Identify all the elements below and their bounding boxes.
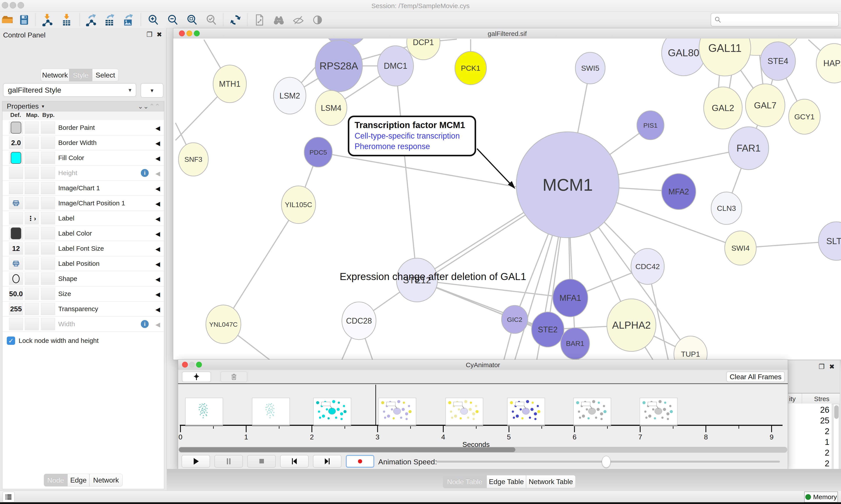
bypass-cell[interactable]	[41, 303, 55, 315]
timeline[interactable]: 0123456789Seconds	[178, 384, 788, 446]
collapse-arrow-icon[interactable]: ◀	[155, 246, 160, 253]
network-canvas[interactable]: RPS28ADCP1DMC1MTH1LSM2LSM4PCK1SWI5GAL80G…	[173, 38, 841, 360]
table-cell[interactable]: 2	[816, 427, 829, 436]
zoom-selected-button[interactable]	[203, 13, 219, 27]
tab-style[interactable]: Style	[69, 69, 92, 82]
bypass-cell[interactable]	[41, 318, 55, 330]
property-row-label-position[interactable]: Label Position◀	[2, 256, 164, 271]
bypass-cell[interactable]	[41, 152, 55, 164]
mapping-cell[interactable]	[25, 152, 39, 164]
collapse-arrow-icon[interactable]: ◀	[155, 260, 160, 268]
attribute-tab-network[interactable]: Network	[89, 474, 123, 486]
mapping-cell[interactable]	[25, 257, 39, 270]
zoom-out-button[interactable]	[165, 13, 181, 27]
cyanimator-titlebar[interactable]: CyAnimator	[178, 360, 788, 370]
default-cell[interactable]	[9, 197, 23, 209]
table-column-headers[interactable]: ity Stres	[788, 393, 840, 404]
info-icon[interactable]: i	[141, 169, 149, 177]
collapse-arrow-icon[interactable]: ◀	[155, 215, 160, 222]
tab-select[interactable]: Select	[92, 69, 119, 82]
task-history-button[interactable]	[3, 492, 15, 502]
collapse-arrow-icon[interactable]: ◀	[155, 276, 160, 283]
mapping-cell[interactable]	[25, 303, 39, 315]
property-row-label[interactable]: ⋮›Label◀	[2, 211, 164, 226]
zoom-in-button[interactable]	[145, 13, 161, 27]
hide-details-button[interactable]	[290, 13, 306, 27]
mapping-cell[interactable]	[25, 227, 39, 239]
binoculars-button[interactable]	[271, 13, 287, 27]
save-session-button[interactable]	[16, 13, 32, 27]
property-row-fill-color[interactable]: Fill Color◀	[2, 150, 164, 165]
default-cell[interactable]	[9, 273, 23, 285]
open-folder-button[interactable]	[0, 13, 15, 27]
collapse-arrow-icon[interactable]: ◀	[155, 140, 160, 147]
property-row-border-paint[interactable]: Border Paint◀	[2, 120, 164, 135]
default-cell[interactable]	[9, 227, 23, 239]
mapping-cell[interactable]	[25, 137, 39, 149]
default-cell[interactable]	[9, 212, 23, 224]
table-cell[interactable]: 1	[816, 437, 829, 447]
animation-frame-1[interactable]	[252, 398, 290, 425]
collapse-arrow-icon[interactable]: ◀	[155, 185, 160, 192]
import-network-button[interactable]	[39, 13, 55, 27]
property-row-width[interactable]: Widthi◀	[2, 317, 164, 332]
style-options-button[interactable]: ▾	[141, 83, 163, 98]
animation-frame-6[interactable]	[573, 398, 611, 425]
property-row-label-color[interactable]: Label Color◀	[2, 226, 164, 241]
default-cell[interactable]	[9, 257, 23, 270]
property-row-size[interactable]: 50.0Size◀	[2, 286, 164, 302]
collapse-arrow-icon[interactable]: ◀	[155, 200, 160, 207]
slider-handle[interactable]	[602, 456, 611, 468]
table-cell[interactable]: 2	[816, 448, 829, 457]
bypass-cell[interactable]	[41, 242, 55, 255]
network-window-titlebar[interactable]: galFiltered.sif	[173, 28, 841, 39]
search-input[interactable]	[711, 13, 839, 26]
bypass-cell[interactable]	[41, 197, 55, 209]
property-row-transparency[interactable]: 255Transparency◀	[2, 302, 164, 317]
lock-node-size-row[interactable]: ✓ Lock node width and height	[2, 333, 164, 348]
mapping-cell[interactable]	[25, 318, 39, 330]
export-image-button[interactable]	[120, 13, 136, 27]
collapse-arrow-icon[interactable]: ◀	[155, 321, 160, 328]
bypass-cell[interactable]	[41, 212, 55, 224]
collapse-arrow-icon[interactable]: ◀	[155, 306, 160, 313]
mapping-cell[interactable]	[25, 273, 39, 285]
attribute-tab-edge[interactable]: Edge	[68, 474, 89, 486]
property-row-height[interactable]: Heighti◀	[2, 165, 164, 181]
annotation-link-2[interactable]: Pheromone response	[355, 142, 469, 151]
stop-button[interactable]	[247, 455, 276, 468]
table-tab-network-table[interactable]: Network Table	[526, 475, 576, 488]
property-row-shape[interactable]: Shape◀	[2, 271, 164, 286]
property-row-image-chart-1[interactable]: Image/Chart 1◀	[2, 181, 164, 196]
default-cell[interactable]: 2.0	[9, 137, 23, 149]
bypass-cell[interactable]	[41, 137, 55, 149]
bypass-cell[interactable]	[41, 182, 55, 194]
collapse-arrow-icon[interactable]: ◀	[155, 155, 160, 162]
tab-network[interactable]: Network	[41, 69, 69, 82]
next-frame-button[interactable]	[313, 455, 341, 468]
collapse-arrow-icon[interactable]: ◀	[155, 125, 160, 132]
default-cell[interactable]: 255	[9, 303, 23, 315]
default-cell[interactable]: 12	[9, 242, 23, 255]
table-body[interactable]: 26252122222	[788, 403, 831, 480]
annotation-link-1[interactable]: Cell-type-specific transcription	[355, 131, 469, 141]
collapse-arrow-icon[interactable]: ◀	[155, 170, 160, 177]
copy-document-button[interactable]	[252, 13, 267, 27]
pause-button[interactable]	[214, 455, 243, 468]
property-row-image-chart-position-1[interactable]: Image/Chart Position 1◀	[2, 196, 164, 211]
bypass-cell[interactable]	[41, 167, 55, 179]
collapse-arrow-icon[interactable]: ◀	[155, 230, 160, 237]
lock-checkbox[interactable]: ✓	[7, 337, 15, 345]
animation-frame-4[interactable]	[446, 398, 483, 425]
bypass-cell[interactable]	[41, 122, 55, 134]
import-table-button[interactable]	[59, 13, 74, 27]
network-nodes[interactable]: RPS28ADCP1DMC1MTH1LSM2LSM4PCK1SWI5GAL80G…	[179, 38, 841, 360]
animation-frame-0[interactable]	[185, 398, 223, 425]
table-cell[interactable]: 26	[816, 405, 829, 415]
export-network-button[interactable]	[83, 13, 99, 27]
table-cell[interactable]: 25	[816, 416, 829, 426]
mapping-cell[interactable]	[25, 182, 39, 194]
property-row-label-font-size[interactable]: 12Label Font Size◀	[2, 241, 164, 256]
mapping-cell[interactable]	[25, 167, 39, 179]
close-panel-icon[interactable]: ✖	[157, 31, 162, 38]
